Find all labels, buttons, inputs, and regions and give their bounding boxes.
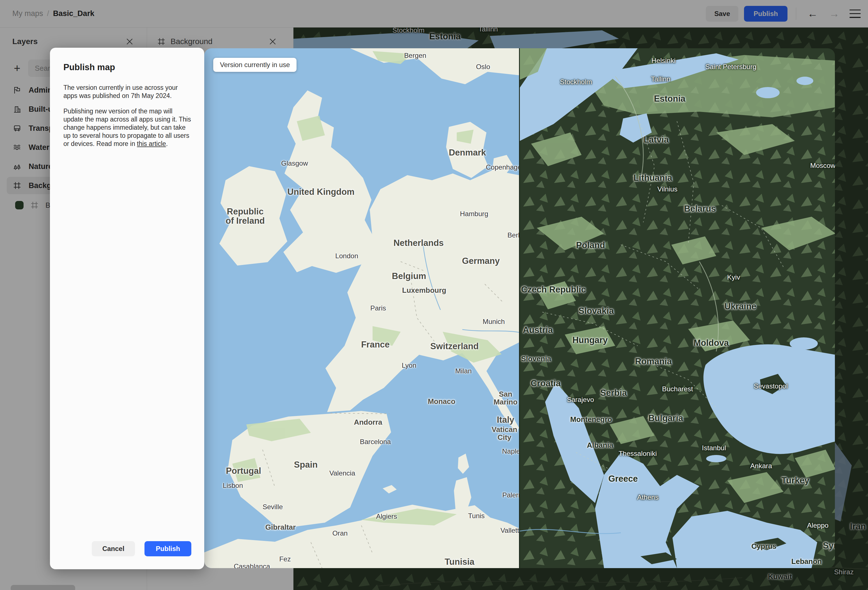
publish-dialog: Publish map The version currently in use…: [50, 48, 204, 569]
map-label: Ankara: [750, 462, 772, 470]
map-label: London: [335, 252, 358, 260]
map-label: Slovakia: [579, 306, 614, 315]
map-label: Sarajevo: [567, 396, 594, 403]
map-label: Aleppo: [807, 522, 828, 529]
map-label: Andorra: [354, 418, 382, 426]
map-current-version[interactable]: BergenOsloGlasgowUnited KingdomRepublic …: [204, 48, 519, 568]
dialog-paragraph-1: The version currently in use across your…: [63, 84, 191, 100]
map-label: Naples: [502, 448, 519, 455]
map-label: Oran: [332, 529, 348, 537]
map-new-version[interactable]: HelsinkiSaint PetersburgStockholmTallinn…: [519, 48, 835, 568]
map-label: Vatican City: [492, 426, 517, 441]
map-label: Germany: [462, 256, 500, 266]
dialog-title: Publish map: [63, 62, 191, 72]
dialog-footer: Cancel Publish: [92, 541, 191, 556]
this-article-link[interactable]: this article: [137, 140, 166, 147]
map-label: Spain: [294, 460, 317, 469]
map-label: Luxembourg: [402, 286, 446, 294]
map-label: Belgium: [392, 271, 426, 281]
map-label: Bergen: [404, 52, 426, 59]
map-label: Moldova: [694, 338, 729, 347]
version-compare-region: BergenOsloGlasgowUnited KingdomRepublic …: [204, 48, 835, 568]
map-label: Lebanon: [791, 557, 822, 565]
map-label: Hungary: [572, 336, 608, 345]
map-label: Valletta: [500, 527, 519, 534]
map-label: Moscow: [810, 162, 835, 169]
map-label: Glasgow: [281, 160, 308, 167]
map-label: Seville: [263, 503, 283, 510]
map-label: Algiers: [376, 513, 397, 520]
map-label: Romania: [635, 357, 672, 366]
map-label: Lithuania: [633, 173, 672, 182]
map-label: Belarus: [684, 204, 716, 213]
map-label: Bulgaria: [648, 414, 683, 423]
map-label: Switzerland: [430, 342, 478, 351]
map-label: San Marino: [493, 390, 517, 406]
map-label: Albania: [587, 441, 613, 449]
map-label: Monaco: [428, 398, 455, 405]
map-label: Stockholm: [560, 78, 592, 86]
map-label: Bucharest: [662, 385, 693, 393]
map-label: Republic of Ireland: [226, 207, 265, 226]
map-label: France: [361, 340, 390, 349]
map-label: Paris: [370, 305, 386, 312]
map-label: Denmark: [449, 148, 486, 157]
map-label: Valencia: [329, 470, 355, 477]
map-label: Italy: [497, 415, 514, 424]
map-label: Turkey: [781, 476, 809, 485]
map-label: Munich: [483, 318, 505, 325]
map-label: Serbia: [600, 388, 627, 398]
map-label: Kyiv: [727, 274, 740, 281]
map-label: Saint Petersburg: [705, 63, 757, 71]
map-label: Estonia: [654, 94, 685, 103]
map-label: Copenhagen: [486, 164, 519, 171]
map-label: Lyon: [402, 362, 416, 369]
map-label: Croatia: [531, 379, 561, 388]
map-label: Oslo: [476, 63, 490, 71]
map-label: Czech Republic: [521, 285, 586, 294]
dialog-paragraph-2-period: .: [166, 140, 168, 147]
light-map-label-layer: BergenOsloGlasgowUnited KingdomRepublic …: [204, 48, 519, 568]
map-label: Syria: [823, 541, 835, 550]
map-label: Montenegro: [570, 416, 612, 423]
map-label: Helsinki: [651, 57, 676, 64]
publish-button[interactable]: Publish: [145, 541, 191, 556]
map-label: Sevastopol: [754, 383, 787, 390]
dark-map-label-layer: HelsinkiSaint PetersburgStockholmTallinn…: [520, 48, 835, 568]
current-version-badge: Version currently in use: [213, 58, 297, 72]
map-label: Thessaloniki: [619, 450, 657, 457]
map-label: Portugal: [226, 466, 261, 476]
cancel-button[interactable]: Cancel: [92, 541, 135, 556]
map-label: Barcelona: [360, 438, 391, 445]
map-label: Gibraltar: [266, 523, 296, 531]
map-label: Netherlands: [393, 238, 444, 248]
map-label: Istanbul: [702, 444, 726, 452]
map-label: Cyprus: [751, 542, 776, 550]
dialog-paragraph-2-text: Publishing new version of the map will u…: [63, 108, 191, 147]
dialog-paragraph-2: Publishing new version of the map will u…: [63, 107, 191, 148]
map-label: Tunisia: [445, 557, 474, 566]
map-label: Palermo: [502, 491, 519, 499]
map-label: Tunis: [468, 512, 484, 519]
map-label: Tallinn: [651, 75, 670, 83]
map-label: Latvia: [644, 135, 669, 144]
map-label: Athens: [637, 494, 658, 501]
map-label: Austria: [523, 325, 553, 334]
map-label: Casablanca: [234, 563, 270, 568]
map-label: Poland: [576, 241, 605, 250]
map-label: Greece: [608, 474, 638, 484]
map-label: Berlin: [508, 232, 519, 239]
map-label: Ukraine: [724, 302, 756, 311]
app-window: StockholmTallinnEstoniaIranShirazKuwait …: [0, 0, 868, 590]
map-label: United Kingdom: [287, 187, 354, 197]
map-label: Slovenia: [521, 355, 551, 363]
map-label: Hamburg: [460, 210, 489, 217]
map-label: Fez: [279, 556, 291, 563]
map-label: Lisbon: [223, 482, 243, 489]
map-label: Milan: [455, 367, 472, 375]
map-label: Vilnius: [657, 186, 678, 193]
